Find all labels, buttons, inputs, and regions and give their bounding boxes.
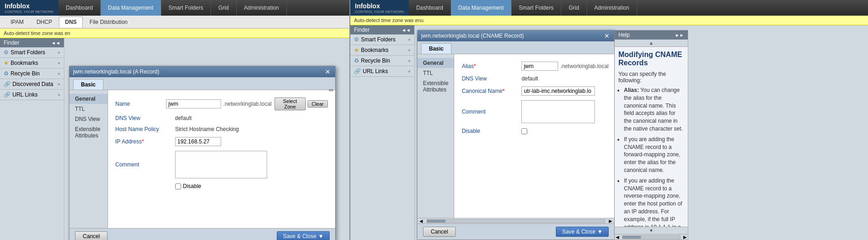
right-form-alias-row: Alias* .networkinglab.local	[462, 62, 608, 71]
left-logo-sub: CONTROL YOUR NETWORK	[5, 10, 54, 14]
left-dialog: jwm.networkinglab.local (A Record) ✕ Bas…	[69, 66, 336, 240]
right-smart-folders-plus[interactable]: +	[408, 37, 411, 42]
right-top-nav: Infoblox CONTROL YOUR NETWORK Dashboard …	[350, 0, 868, 16]
right-logo-sub: CONTROL YOUR NETWORK	[355, 10, 404, 14]
right-bookmarks-plus[interactable]: +	[408, 48, 411, 53]
right-help-scrollbar-thumb[interactable]	[622, 236, 641, 239]
right-dialog-nav-general[interactable]: General	[417, 58, 454, 68]
left-sec-tab-ipam[interactable]: IPAM	[5, 17, 29, 28]
right-form-comment-row: Comment	[462, 100, 608, 123]
left-form-dns-view-label: DNS View	[115, 115, 175, 121]
right-tab-data-management[interactable]: Data Management	[451, 0, 512, 16]
left-dialog-nav-ttl[interactable]: TTL	[69, 104, 108, 114]
left-tab-grid[interactable]: Grid	[211, 0, 237, 16]
right-tab-administration[interactable]: Administration	[587, 0, 637, 16]
left-secondary-nav: IPAM DHCP DNS File Distribution	[0, 16, 349, 29]
left-dialog-footer: Cancel Save & Close ▼	[69, 228, 335, 240]
left-clear-btn[interactable]: Clear	[308, 100, 328, 108]
right-form-canonical-input[interactable]	[521, 86, 595, 96]
right-smart-folder-icon: ⚙	[354, 36, 359, 43]
right-save-close-btn[interactable]: Save & Close ▼	[556, 227, 609, 237]
right-recycle-plus[interactable]: +	[408, 58, 411, 63]
right-help-intro: You can specify the following:	[618, 71, 684, 84]
right-form-disable-label: Disable	[462, 128, 521, 134]
left-form-ip-label: IP Address*	[115, 138, 175, 145]
left-form-dns-view-row: DNS View default	[115, 115, 328, 121]
right-sidebar-item-bookmarks[interactable]: ★ Bookmarks +	[350, 45, 414, 56]
right-dialog-nav-extensible[interactable]: ExtensibleAttributes	[417, 78, 454, 95]
right-help-bullet-1: Alias: You can change the alias for the …	[624, 86, 684, 133]
left-dialog-nav-extensible[interactable]: ExtensibleAttributes	[69, 124, 108, 141]
left-form-comment-textarea[interactable]	[175, 151, 267, 178]
right-yellow-banner: Auto-detect time zone was enu	[350, 16, 868, 25]
right-help-scroll-up[interactable]: ▲	[615, 40, 688, 47]
right-dialog-scrollbar[interactable]: ◄ ►	[417, 218, 614, 223]
left-tab-dashboard[interactable]: Dashboard	[58, 0, 101, 16]
right-scrollbar-thumb[interactable]	[427, 220, 445, 223]
left-form-ip-row: IP Address*	[115, 137, 328, 146]
left-dialog-body: General TTL DNS View ExtensibleAttribute…	[69, 90, 335, 228]
left-dialog-tab-bar: Basic ⇔	[69, 77, 335, 90]
left-save-close-btn[interactable]: Save & Close ▼	[277, 231, 330, 240]
left-dialog-nav-dns-view[interactable]: DNS View	[69, 114, 108, 124]
right-sidebar-item-smart-folders[interactable]: ⚙ Smart Folders +	[350, 34, 414, 45]
left-dialog-expand-icon[interactable]: ⇔	[329, 87, 333, 93]
left-cancel-btn[interactable]: Cancel	[75, 231, 108, 240]
right-dialog-tab-basic[interactable]: Basic	[421, 43, 451, 54]
right-tab-smart-folders[interactable]: Smart Folders	[512, 0, 561, 16]
right-help-label: Help	[618, 32, 630, 38]
left-form-name-label: Name	[115, 101, 166, 107]
left-sec-tab-dhcp[interactable]: DHCP	[30, 17, 58, 28]
left-form-comment-label: Comment	[115, 161, 175, 168]
right-sidebar: Finder ◄◄ ⚙ Smart Folders + ★ Bookmarks …	[350, 25, 415, 240]
right-canonical-required: *	[503, 88, 505, 94]
right-tab-grid[interactable]: Grid	[561, 0, 587, 16]
left-dialog-close-btn[interactable]: ✕	[324, 68, 331, 75]
right-help-scrollbar[interactable]: ◄ ►	[615, 234, 688, 240]
right-help-scrollbar-track	[622, 235, 680, 239]
left-ip-required: *	[142, 138, 144, 145]
right-sidebar-item-url-links[interactable]: 🔗 URL Links +	[350, 66, 414, 77]
right-form-alias-label: Alias*	[462, 63, 521, 69]
left-form-ip-input[interactable]	[175, 137, 221, 146]
left-logo: Infoblox CONTROL YOUR NETWORK	[0, 0, 58, 16]
left-logo-text: Infoblox	[5, 2, 29, 10]
right-help-scroll-left[interactable]: ◄	[615, 234, 620, 240]
right-form-comment-label: Comment	[462, 109, 521, 115]
left-tab-data-management[interactable]: Data Management	[101, 0, 161, 16]
right-help-scroll-right[interactable]: ►	[682, 234, 688, 240]
left-tab-administration[interactable]: Administration	[237, 0, 287, 16]
right-help-panel: Help ►► ▲ Modifying CNAME Records You ca…	[615, 30, 688, 240]
right-sidebar-item-recycle-bin[interactable]: ♻ Recycle Bin +	[350, 56, 414, 66]
right-cancel-btn[interactable]: Cancel	[423, 227, 456, 237]
left-form-comment-row: Comment	[115, 151, 328, 178]
right-help-title: Modifying CNAME Records	[618, 51, 684, 67]
right-dialog-nav-ttl[interactable]: TTL	[417, 68, 454, 78]
left-sec-tab-file-dist[interactable]: File Distribution	[84, 17, 134, 28]
right-help-scroll-down[interactable]: ▼	[615, 227, 688, 234]
left-dialog-overlay: jwm.networkinglab.local (A Record) ✕ Bas…	[0, 38, 349, 240]
right-url-links-label: URL Links	[363, 68, 388, 74]
right-save-close-arrow: ▼	[597, 229, 603, 235]
left-top-nav: Infoblox CONTROL YOUR NETWORK Dashboard …	[0, 0, 349, 16]
right-nav-tabs: Dashboard Data Management Smart Folders …	[409, 0, 637, 16]
right-tab-dashboard[interactable]: Dashboard	[409, 0, 451, 16]
right-help-expand[interactable]: ►►	[675, 33, 684, 38]
right-dialog-body: General TTL ExtensibleAttributes Alias*	[417, 54, 614, 218]
left-tab-smart-folders[interactable]: Smart Folders	[161, 0, 211, 16]
left-dialog-tab-basic[interactable]: Basic	[73, 79, 103, 90]
right-form-alias-input[interactable]	[521, 62, 558, 71]
left-dialog-form: Name .networkinglab.local Select Zone Cl…	[108, 90, 335, 228]
left-form-name-input[interactable]	[166, 99, 221, 109]
right-form-disable-checkbox[interactable]	[521, 128, 527, 134]
right-finder-collapse[interactable]: ◄◄	[401, 28, 411, 33]
left-dialog-nav-general[interactable]: General	[69, 94, 108, 104]
right-url-plus[interactable]: +	[408, 69, 411, 74]
left-form-disable-checkbox[interactable]	[175, 183, 181, 189]
right-form-comment-textarea[interactable]	[521, 100, 595, 123]
right-dialog-close-btn[interactable]: ✕	[603, 32, 611, 40]
left-form-host-policy-value: Strict Hostname Checking	[175, 126, 239, 132]
right-bookmarks-label: Bookmarks	[361, 47, 388, 53]
left-sec-tab-dns[interactable]: DNS	[59, 17, 82, 28]
left-select-zone-btn[interactable]: Select Zone	[274, 97, 306, 110]
